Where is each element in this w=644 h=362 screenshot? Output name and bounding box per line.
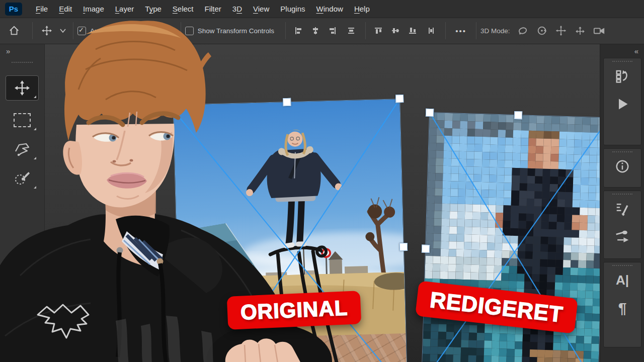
info-panel-icon[interactable]	[604, 152, 641, 180]
3d-orbit-icon[interactable]	[513, 25, 532, 36]
menu-select[interactable]: Select	[167, 0, 199, 18]
history-panel-icon[interactable]	[604, 62, 641, 90]
panel-group-brushes	[603, 191, 641, 259]
align-top-icon[interactable]	[370, 26, 387, 35]
3d-roll-icon[interactable]	[532, 25, 551, 36]
menu-view[interactable]: View	[248, 0, 275, 18]
photoshop-window: » «	[0, 0, 644, 362]
chevron-down-icon[interactable]	[57, 29, 69, 33]
3d-mode-label: 3D Mode:	[480, 27, 510, 35]
transform-handle-top-right[interactable]	[395, 95, 404, 103]
align-bottom-icon[interactable]	[404, 26, 421, 35]
menu-3d[interactable]: 3D	[227, 0, 248, 18]
move-tool[interactable]	[6, 76, 38, 100]
transform-handle-left[interactable]	[422, 245, 430, 253]
docked-panels: «	[600, 44, 644, 362]
align-right-icon[interactable]	[324, 26, 341, 35]
tools-panel: »	[0, 44, 45, 362]
menu-bar: Ps FileEditImageLayerTypeSelectFilter3DV…	[0, 0, 644, 18]
menu-layer[interactable]: Layer	[110, 0, 140, 18]
home-button[interactable]	[0, 25, 28, 36]
menu-edit[interactable]: Edit	[53, 0, 77, 18]
collapse-panel-icon[interactable]: «	[634, 47, 637, 55]
rectangular-marquee-tool[interactable]	[6, 108, 38, 132]
menu-filter[interactable]: Filter	[199, 0, 227, 18]
expand-panel-icon[interactable]: »	[6, 47, 9, 55]
lasso-tool[interactable]	[6, 137, 38, 161]
character-panel-icon[interactable]: A|	[604, 266, 641, 294]
align-left-icon[interactable]	[290, 26, 307, 35]
tool-flyout-indicator	[34, 96, 36, 98]
quick-selection-tool[interactable]	[6, 166, 38, 191]
brush-settings-panel-icon[interactable]	[604, 195, 641, 223]
menu-file[interactable]: File	[30, 0, 53, 18]
distribute-vertical-icon[interactable]	[421, 26, 441, 35]
paragraph-panel-icon[interactable]: ¶	[604, 294, 641, 322]
panel-group-type: A| ¶	[603, 262, 641, 347]
transform-handle-top-left[interactable]	[426, 109, 434, 117]
distribute-horizontal-icon[interactable]	[341, 26, 361, 35]
panel-group-info	[603, 148, 641, 188]
woman-figure	[245, 129, 344, 250]
move-icon	[15, 80, 30, 96]
align-horizontal-centers-icon[interactable]	[307, 26, 324, 35]
menu-items: FileEditImageLayerTypeSelectFilter3DView…	[30, 0, 375, 18]
menu-type[interactable]: Type	[139, 0, 167, 18]
menu-window[interactable]: Window	[311, 0, 349, 18]
options-bar: Auto Show Transform Controls ••• 3D Mod	[0, 18, 644, 44]
tool-flyout-indicator	[34, 128, 36, 130]
photoshop-logo: Ps	[5, 3, 22, 16]
chevron-down-icon[interactable]	[164, 29, 177, 33]
original-label: ORIGINAL	[227, 291, 362, 330]
quick-selection-icon	[14, 171, 30, 186]
tool-flyout-indicator	[34, 157, 36, 159]
tool-flyout-indicator	[34, 186, 36, 189]
lasso-icon	[14, 142, 30, 156]
transform-handle-top[interactable]	[514, 111, 522, 119]
auto-select-checkbox[interactable]	[77, 27, 86, 35]
panel-grip[interactable]	[12, 62, 33, 63]
marquee-icon	[14, 113, 31, 127]
transform-handle-right[interactable]	[399, 243, 408, 251]
menu-plugins[interactable]: Plugins	[275, 0, 310, 18]
menu-image[interactable]: Image	[77, 0, 110, 18]
transform-handle-top[interactable]	[283, 98, 291, 106]
show-transform-controls-checkbox[interactable]	[185, 27, 194, 35]
3d-camera-icon[interactable]	[590, 26, 609, 36]
auto-select-label: Auto	[90, 27, 104, 35]
align-vertical-centers-icon[interactable]	[387, 26, 404, 35]
move-tool-preset-icon[interactable]	[37, 26, 57, 36]
actions-panel-icon[interactable]	[604, 90, 641, 118]
3d-pan-icon[interactable]	[551, 25, 571, 36]
menu-help[interactable]: Help	[349, 0, 375, 18]
panel-group-history	[603, 58, 641, 145]
show-transform-controls-label: Show Transform Controls	[198, 27, 274, 35]
tool-presets-panel-icon[interactable]	[604, 223, 641, 251]
more-options-icon[interactable]: •••	[450, 27, 472, 35]
3d-slide-icon[interactable]	[571, 25, 590, 36]
